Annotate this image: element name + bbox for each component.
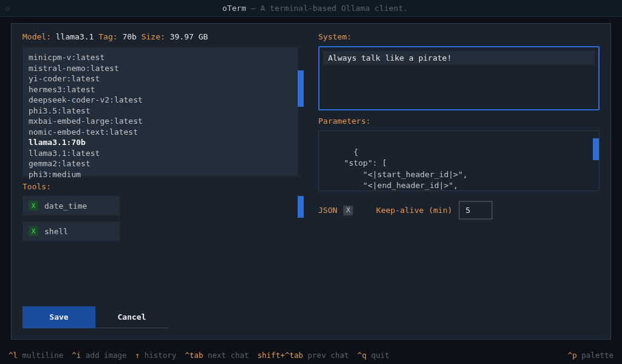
tag-label: Tag: — [98, 32, 117, 41]
shortcut-key: shift+^tab — [258, 351, 303, 360]
parameters-text: { "stop": [ "<|start_header_id|>", "<|en… — [325, 147, 468, 190]
keepalive-label: Keep-alive (min) — [376, 206, 452, 215]
keepalive-input[interactable]: 5 — [459, 201, 493, 220]
shortcut-label: history — [140, 351, 176, 360]
system-label: System: — [318, 32, 600, 41]
size-label: Size: — [142, 32, 165, 41]
save-button[interactable]: Save — [22, 306, 95, 328]
footer-shortcut: ^l multiline — [9, 351, 63, 360]
shortcut-key: ^q — [357, 351, 366, 360]
footer-shortcut: ^p palette — [568, 351, 613, 360]
model-option[interactable]: gemma2:latest — [29, 158, 298, 169]
dialog-buttons: Save Cancel — [22, 294, 304, 328]
parameters-scrollbar[interactable] — [593, 131, 599, 190]
tools-scrollbar[interactable] — [298, 196, 304, 251]
model-option[interactable]: mxbai-embed-large:latest — [29, 116, 298, 127]
shortcut-label: multiline — [18, 351, 63, 360]
model-option[interactable]: deepseek-coder-v2:latest — [29, 95, 298, 106]
tool-item[interactable]: Xdate_time — [22, 196, 120, 215]
model-label: Model: — [22, 32, 51, 41]
model-list-scrollbar[interactable] — [298, 47, 304, 176]
model-meta: Model: llama3.1 Tag: 70b Size: 39.97 GB — [22, 32, 304, 41]
model-option[interactable]: yi-coder:latest — [29, 73, 298, 84]
model-option[interactable]: hermes3:latest — [29, 84, 298, 95]
footer-shortcut: ↑ history — [135, 351, 177, 360]
model-option[interactable]: minicpm-v:latest — [29, 52, 298, 63]
shortcut-key: ^l — [9, 351, 18, 360]
model-option[interactable]: llama3.1:70b — [29, 137, 298, 148]
shortcut-label: prev chat — [303, 351, 349, 360]
model-option[interactable]: phi3.5:latest — [29, 106, 298, 116]
footer-shortcuts: ^l multiline^i add image↑ history^tab ne… — [0, 346, 622, 364]
shortcut-label: add image — [81, 351, 126, 360]
shortcut-label: quit — [366, 351, 389, 360]
footer-shortcut: shift+^tab prev chat — [258, 351, 349, 360]
right-column: System: Always talk like a pirate! Param… — [318, 32, 600, 328]
model-option[interactable]: phi3:medium — [29, 169, 298, 180]
footer-shortcut: ^q quit — [357, 351, 389, 360]
shortcut-label: next chat — [203, 351, 249, 360]
dialog: Model: llama3.1 Tag: 70b Size: 39.97 GB … — [11, 23, 611, 340]
tag-value: 70b — [122, 32, 136, 41]
cancel-button[interactable]: Cancel — [95, 306, 168, 328]
parameters-input[interactable]: { "stop": [ "<|start_header_id|>", "<|en… — [318, 130, 600, 191]
footer-shortcut: ^tab next chat — [185, 351, 248, 360]
tool-item[interactable]: Xshell — [22, 221, 120, 241]
json-checkbox[interactable]: X — [343, 206, 353, 215]
model-option[interactable]: mistral-nemo:latest — [29, 63, 298, 74]
shortcut-key: ^p — [568, 351, 577, 360]
left-column: Model: llama3.1 Tag: 70b Size: 39.97 GB … — [22, 32, 304, 328]
parameters-scrollbar-thumb[interactable] — [593, 138, 599, 160]
model-value: llama3.1 — [56, 32, 94, 41]
tools-scrollbar-thumb[interactable] — [298, 196, 304, 218]
size-value: 39.97 GB — [170, 32, 208, 41]
tools-list: Xdate_timeXshell — [22, 196, 304, 247]
system-prompt-input[interactable]: Always talk like a pirate! — [318, 46, 600, 110]
tool-name: shell — [44, 227, 68, 236]
tool-checkbox[interactable]: X — [29, 226, 38, 236]
system-prompt-text: Always talk like a pirate! — [323, 51, 595, 65]
shortcut-label: palette — [581, 351, 613, 360]
window-dot-icon: ○ — [6, 5, 9, 12]
shortcut-key: ^i — [72, 351, 81, 360]
options-row: JSON X Keep-alive (min) 5 — [318, 201, 600, 220]
tool-name: date_time — [44, 201, 87, 211]
tools-label: Tools: — [22, 182, 304, 191]
parameters-label: Parameters: — [318, 116, 600, 126]
footer-shortcut: ^i add image — [72, 351, 126, 360]
model-listbox[interactable]: minicpm-v:latestmistral-nemo:latestyi-co… — [22, 47, 304, 176]
titlebar: ○ oTerm — A terminal-based Ollama client… — [0, 0, 622, 17]
model-option[interactable]: llama3.1:latest — [29, 148, 298, 159]
shortcut-key: ^tab — [185, 351, 203, 360]
model-list-scrollbar-thumb[interactable] — [298, 70, 304, 107]
model-option[interactable]: nomic-embed-text:latest — [29, 127, 298, 138]
titlebar-title: oTerm — A terminal-based Ollama client. — [14, 4, 616, 13]
tool-checkbox[interactable]: X — [29, 201, 38, 211]
